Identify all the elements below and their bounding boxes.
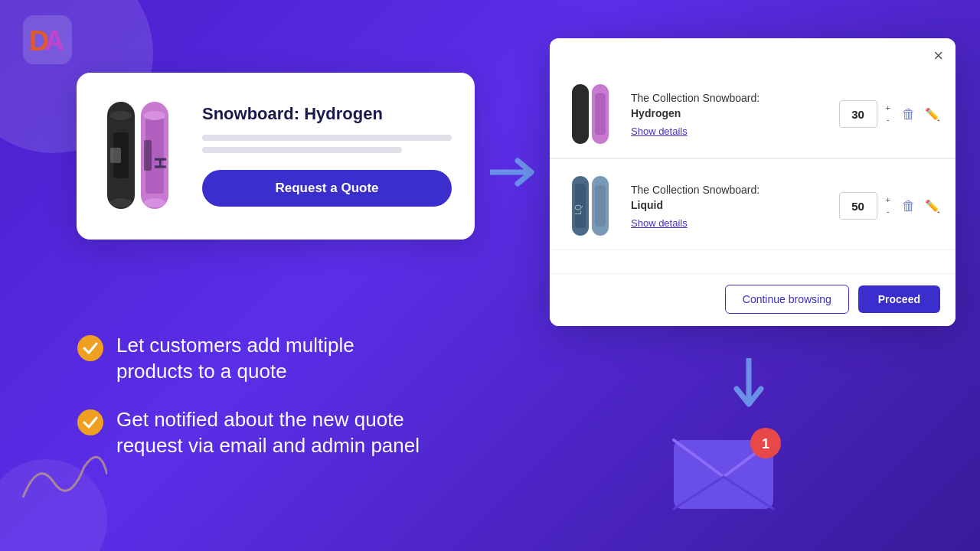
item1-quantity: 30: [839, 100, 877, 128]
feature-item-1: Let customers add multiple products to a…: [77, 333, 423, 385]
item2-controls: 50 + - 🗑 ✏️: [839, 192, 940, 220]
svg-rect-16: [595, 93, 606, 135]
snowboard-image: H: [100, 94, 184, 217]
svg-rect-20: [595, 185, 606, 227]
checkmark-icon-2: [77, 409, 104, 436]
item1-qty-buttons: + -: [884, 103, 893, 125]
modal-item-1: The Collection Snowboard: Hydrogen Show …: [550, 67, 956, 158]
continue-browsing-button[interactable]: Continue browsing: [725, 285, 849, 314]
product-card: H Snowboard: Hydrogen Request a Quote: [77, 73, 475, 240]
quote-modal: × The Collection Snowboard: Hydrogen Sho…: [550, 38, 956, 326]
email-container: 1: [666, 425, 789, 520]
app-logo: D A: [23, 15, 72, 64]
modal-footer: Continue browsing Proceed: [550, 273, 956, 326]
svg-rect-14: [572, 84, 589, 144]
item2-delete-icon[interactable]: 🗑: [902, 198, 916, 214]
svg-rect-7: [110, 148, 121, 163]
item2-collection: The Collection Snowboard: Liquid: [631, 183, 827, 213]
item1-controls: 30 + - 🗑 ✏️: [839, 100, 940, 128]
item2-qty-increase[interactable]: +: [884, 195, 893, 205]
modal-header: ×: [550, 38, 956, 64]
arrow-down: [726, 358, 772, 422]
modal-item-2: LQ The Collection Snowboard: Liquid Show…: [550, 159, 956, 250]
item2-info: The Collection Snowboard: Liquid Show de…: [631, 183, 827, 229]
svg-text:1: 1: [762, 436, 769, 452]
arrow-right: [490, 153, 544, 194]
proceed-button[interactable]: Proceed: [858, 285, 940, 313]
item2-qty-buttons: + -: [884, 195, 893, 217]
description-line-2: [202, 147, 402, 153]
svg-point-10: [144, 111, 165, 120]
svg-point-6: [110, 198, 132, 207]
item2-edit-icon[interactable]: ✏️: [925, 199, 940, 214]
item1-edit-icon[interactable]: ✏️: [925, 107, 940, 122]
item1-collection: The Collection Snowboard: Hydrogen: [631, 91, 827, 121]
item1-info: The Collection Snowboard: Hydrogen Show …: [631, 91, 827, 137]
modal-close-button[interactable]: ×: [933, 47, 943, 64]
product-description-lines: [202, 135, 452, 153]
svg-text:LQ: LQ: [574, 204, 583, 215]
item1-delete-icon[interactable]: 🗑: [902, 106, 916, 122]
description-line-1: [202, 135, 452, 141]
svg-text:A: A: [44, 25, 64, 57]
svg-point-5: [110, 111, 132, 120]
product-title: Snowboard: Hydrogen: [202, 104, 452, 124]
feature-text-1: Let customers add multiple products to a…: [116, 333, 423, 385]
item2-quantity: 50: [839, 192, 877, 220]
request-quote-button[interactable]: Request a Quote: [202, 170, 452, 207]
item1-qty-decrease[interactable]: -: [884, 115, 893, 125]
svg-point-11: [144, 198, 165, 207]
svg-point-23: [77, 409, 103, 435]
feature-item-2: Get notified about the new quote request…: [77, 407, 423, 459]
show-details-button-2[interactable]: Show details: [631, 217, 688, 229]
features-list: Let customers add multiple products to a…: [77, 333, 423, 482]
product-info: Snowboard: Hydrogen Request a Quote: [202, 104, 452, 207]
item2-qty-decrease[interactable]: -: [884, 207, 893, 217]
modal-spacer: [550, 250, 956, 273]
checkmark-icon-1: [77, 334, 104, 362]
item1-qty-increase[interactable]: +: [884, 103, 893, 113]
item2-image: LQ: [565, 171, 619, 240]
svg-text:H: H: [151, 157, 170, 169]
show-details-button-1[interactable]: Show details: [631, 126, 688, 137]
email-icon: 1: [666, 425, 789, 517]
product-image: H: [100, 94, 184, 217]
feature-text-2: Get notified about the new quote request…: [116, 407, 423, 459]
modal-body: The Collection Snowboard: Hydrogen Show …: [550, 64, 956, 273]
item1-image: [565, 80, 619, 148]
svg-point-22: [77, 335, 103, 361]
